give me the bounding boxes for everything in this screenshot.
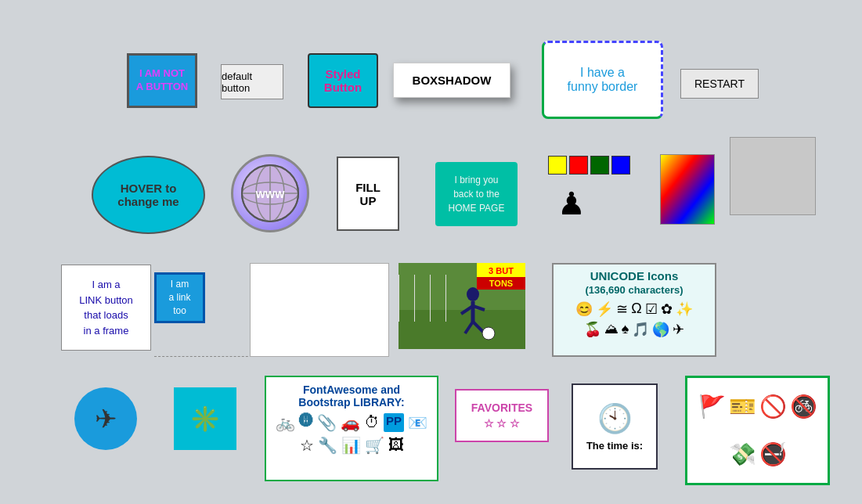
svg-rect-11 (430, 275, 431, 322)
www-globe[interactable]: WWW (231, 154, 309, 232)
unicode-row1: 😊 ⚡ ≅ Ω ☑ ✿ ✨ (558, 301, 710, 318)
link-too-label: I ama linktoo (168, 278, 190, 317)
unicode-row2: 🍒 ⛰ ♠ 🎵 🌎 ✈ (558, 321, 710, 338)
unicode-icon[interactable]: ✿ (661, 301, 673, 318)
svg-rect-8 (399, 310, 525, 349)
fa-icon-wordpress[interactable]: 🅦 (299, 413, 313, 432)
green-flag-icon[interactable]: 🚩 (698, 394, 726, 419)
gradient-box (660, 154, 715, 225)
hover-button[interactable]: HOVER tochange me (92, 156, 205, 234)
home-page-button[interactable]: I bring youback to theHOME PAGE (435, 162, 518, 226)
boxshadow-button[interactable]: BOXSHADOW (393, 63, 510, 98)
boxshadow-label: BOXSHADOW (413, 74, 492, 87)
color-squares (548, 156, 630, 175)
home-page-label: I bring youback to theHOME PAGE (449, 173, 505, 215)
unicode-icon[interactable]: 🎵 (632, 321, 649, 338)
yellow-square[interactable] (548, 156, 567, 175)
fa-icon-chart[interactable]: 📊 (341, 436, 361, 455)
restart-label: RESTART (694, 77, 745, 90)
link-frame-button[interactable]: I am aLINK buttonthat loadsin a frame (61, 265, 151, 351)
default-button[interactable]: default button (221, 64, 283, 99)
unicode-icon[interactable]: ✈ (673, 321, 684, 338)
svg-text:3 BUT: 3 BUT (489, 266, 514, 275)
fa-icon-image[interactable]: 🖼 (388, 436, 404, 455)
unicode-icon[interactable]: 😊 (575, 301, 593, 318)
green-money-icon[interactable]: 💸 (729, 441, 756, 467)
link-frame-label: I am aLINK buttonthat loadsin a frame (79, 277, 133, 338)
airplane-button[interactable]: ✈ (74, 387, 137, 450)
unicode-icon[interactable]: ♠ (622, 321, 629, 338)
not-a-button: I AM NOTA BUTTON (127, 53, 197, 108)
styled-button[interactable]: StyledButton (308, 53, 378, 108)
unicode-icon[interactable]: 🍒 (584, 321, 601, 338)
red-square[interactable] (569, 156, 588, 175)
fa-icon-wrench[interactable]: 🔧 (318, 436, 337, 455)
fa-icon-paperclip[interactable]: 📎 (317, 413, 337, 432)
fa-icon-email[interactable]: 📧 (408, 413, 427, 432)
globe-svg: WWW (239, 162, 301, 225)
gray-box (730, 137, 816, 215)
fa-icon-cart[interactable]: 🛒 (365, 436, 384, 455)
unicode-icon[interactable]: ≅ (616, 301, 628, 318)
unicode-icon[interactable]: ⚡ (596, 301, 613, 318)
funny-border-label: I have afunny border (568, 66, 638, 94)
fa-icon-bike[interactable]: 🚲 (276, 413, 295, 432)
airplane-icon: ✈ (95, 403, 117, 434)
green-icon-box: 🚩 🎫 🚫 🚳 💸 🚭 (685, 376, 830, 485)
green-ticket-icon[interactable]: 🎫 (729, 394, 756, 419)
restart-button[interactable]: RESTART (680, 69, 759, 99)
unicode-icon[interactable]: Ω (631, 301, 641, 318)
sparkle-icon: ✳️ (189, 404, 221, 434)
svg-rect-10 (414, 275, 415, 322)
svg-rect-9 (399, 275, 399, 322)
unicode-subtitle: (136,690 characters) (558, 284, 710, 296)
svg-text:TONS: TONS (489, 279, 513, 288)
fa-icon-timer[interactable]: ⏱ (364, 413, 380, 432)
styled-button-label: StyledButton (324, 67, 362, 94)
unicode-icons-box: UNICODE Icons (136,690 characters) 😊 ⚡ ≅… (552, 263, 716, 357)
chess-piece[interactable]: ♟ (548, 180, 595, 227)
svg-rect-12 (445, 275, 446, 322)
fa-icons-row: 🚲 🅦 📎 🚗 ⏱ PP 📧 ☆ 🔧 📊 🛒 🖼 (272, 413, 431, 455)
fontawesome-bootstrap-box: FontAwesome andBootstrap LIBRARY: 🚲 🅦 📎 … (265, 376, 438, 481)
fill-up-button[interactable]: FILLUP (337, 157, 399, 231)
green-square[interactable] (590, 156, 609, 175)
time-box: 🕙 The time is: (572, 383, 658, 470)
favorites-stars: ☆ ☆ ☆ (484, 417, 521, 430)
iframe-placeholder (250, 263, 389, 357)
fa-title: FontAwesome andBootstrap LIBRARY: (272, 383, 431, 409)
dotted-divider (154, 356, 256, 357)
favorites-button[interactable]: FAVORITES ☆ ☆ ☆ (455, 389, 549, 442)
funny-border-button[interactable]: I have afunny border (542, 41, 663, 119)
fill-up-label: FILLUP (355, 181, 381, 207)
unicode-icon[interactable]: 🌎 (652, 321, 669, 338)
fa-icon-car[interactable]: 🚗 (341, 413, 360, 432)
soccer-image: 3 BUT TONS (399, 263, 525, 349)
clock-icon: 🕙 (597, 402, 633, 435)
unicode-icon[interactable]: ✨ (676, 301, 693, 318)
link-too-button[interactable]: I ama linktoo (154, 272, 205, 323)
blue-square[interactable] (611, 156, 630, 175)
soccer-svg: 3 BUT TONS (399, 263, 525, 349)
default-button-label: default button (222, 70, 283, 94)
unicode-title: UNICODE Icons (558, 269, 710, 283)
favorites-label: FAVORITES (471, 401, 532, 414)
svg-text:WWW: WWW (256, 189, 286, 200)
green-no-icon[interactable]: 🚫 (759, 394, 787, 419)
sparkle-button[interactable]: ✳️ (174, 387, 236, 450)
unicode-icon[interactable]: ☑ (645, 301, 658, 318)
hover-label: HOVER tochange me (117, 182, 179, 208)
chess-icon: ♟ (557, 185, 586, 221)
unicode-icon[interactable]: ⛰ (604, 321, 619, 338)
svg-point-19 (482, 327, 495, 340)
green-no-bike-icon[interactable]: 🚳 (790, 394, 817, 419)
not-button-label: I AM NOTA BUTTON (136, 67, 188, 94)
green-no-smoke-icon[interactable]: 🚭 (759, 441, 787, 467)
fa-icon-paypal[interactable]: PP (384, 413, 404, 432)
time-label: The time is: (586, 440, 643, 452)
fa-icon-star[interactable]: ☆ (300, 436, 314, 455)
